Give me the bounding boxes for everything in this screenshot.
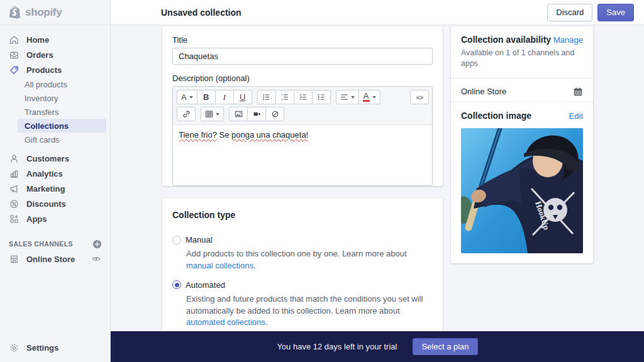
chevron-down-icon (216, 113, 219, 116)
home-icon (9, 35, 19, 45)
rich-text-editor: A B I U 12 (172, 86, 433, 186)
bulleted-list-icon (262, 93, 270, 101)
automated-collections-link[interactable]: automated collections (186, 317, 265, 327)
bulleted-list-button[interactable] (257, 90, 276, 104)
manage-availability-link[interactable]: Manage (553, 35, 583, 45)
numbered-list-icon: 12 (280, 93, 289, 101)
svg-text:1: 1 (281, 93, 283, 96)
description-label: Description (optional) (172, 74, 433, 83)
show-html-button[interactable]: <> (410, 90, 429, 104)
chevron-down-icon (372, 96, 376, 99)
analytics-icon (9, 168, 19, 179)
sidebar-item-apps[interactable]: Apps (0, 211, 110, 226)
discounts-percent-icon (9, 199, 19, 209)
bold-button[interactable]: B (197, 90, 216, 104)
outdent-icon (299, 93, 307, 101)
chevron-down-icon (351, 96, 355, 99)
sidebar-subitem-all-products[interactable]: All products (0, 77, 110, 91)
title-input[interactable] (172, 48, 433, 65)
customers-icon (9, 153, 19, 164)
manual-label: Manual (186, 235, 213, 244)
insert-video-button[interactable] (247, 107, 266, 121)
indent-icon (317, 93, 325, 101)
sidebar-item-home[interactable]: Home (0, 32, 110, 47)
topbar: Unsaved collection Discard Save (111, 0, 644, 25)
italic-button[interactable]: I (215, 90, 234, 104)
schedule-calendar-icon[interactable] (573, 87, 583, 97)
collection-availability-card: Collection availability Manage Available… (451, 26, 593, 105)
sidebar-item-discounts[interactable]: Discounts (0, 196, 110, 211)
sidebar-subitem-collections[interactable]: Collections (18, 119, 106, 133)
collection-image-heading: Collection image (461, 111, 531, 121)
title-label: Title (172, 35, 433, 45)
table-icon (205, 110, 213, 118)
svg-text:2: 2 (281, 98, 283, 101)
sidebar: shopify Home Orders Products All product… (0, 0, 111, 362)
shopify-bag-icon (9, 6, 21, 19)
shopify-logo[interactable]: shopify (0, 0, 110, 25)
apps-grid-icon (9, 214, 19, 224)
orders-icon (9, 50, 19, 60)
clear-formatting-button[interactable] (265, 107, 284, 121)
sidebar-subitem-gift-cards[interactable]: Gift cards (0, 133, 110, 146)
ban-icon (271, 110, 279, 118)
outdent-button[interactable] (294, 90, 313, 104)
edit-image-link[interactable]: Edit (569, 111, 583, 121)
discard-button[interactable]: Discard (547, 4, 592, 21)
align-left-icon (340, 93, 348, 101)
chevron-down-icon (189, 96, 193, 99)
sidebar-subitem-transfers[interactable]: Transfers (0, 105, 110, 119)
automated-label: Automated (186, 280, 225, 290)
collection-type-heading: Collection type (172, 210, 433, 220)
alignment-button[interactable] (336, 90, 359, 104)
sidebar-item-orders[interactable]: Orders (0, 47, 110, 62)
sidebar-item-marketing[interactable]: Marketing (0, 181, 110, 196)
insert-table-button[interactable] (201, 107, 224, 121)
manual-radio[interactable] (172, 236, 181, 244)
channel-online-store-label: Online Store (461, 87, 506, 96)
view-store-eye-icon[interactable] (91, 254, 102, 265)
marketing-megaphone-icon (9, 184, 19, 194)
manual-collections-link[interactable]: manual collections (186, 261, 253, 270)
save-button[interactable]: Save (597, 4, 634, 21)
sidebar-item-products[interactable]: Products (0, 62, 110, 77)
sidebar-item-online-store[interactable]: Online Store (0, 251, 110, 267)
image-icon (235, 110, 243, 118)
collection-image-thumbnail[interactable]: HookUp (461, 128, 583, 253)
add-channel-icon[interactable] (92, 239, 102, 249)
sidebar-item-customers[interactable]: Customers (0, 151, 110, 166)
trial-days-text: You have 12 days left in your trial (277, 342, 397, 351)
manual-description: Add products to this collection one by o… (186, 248, 433, 272)
numbered-list-button[interactable]: 12 (275, 90, 294, 104)
editor-toolbar: A B I U 12 (173, 87, 432, 125)
availability-heading: Collection availability (461, 35, 551, 45)
select-plan-button[interactable]: Select a plan (413, 338, 477, 355)
settings-gear-icon (9, 343, 19, 353)
shopify-wordmark: shopify (25, 6, 62, 19)
sidebar-nav: Home Orders Products All products Invent… (0, 25, 110, 267)
title-description-card: Title Description (optional) A B I U 12 (162, 26, 443, 186)
automated-description: Existing and future products that match … (186, 293, 433, 329)
text-color-icon: A (363, 92, 370, 102)
link-icon (182, 110, 191, 118)
text-color-button[interactable]: A (358, 90, 380, 104)
products-tag-icon (9, 65, 19, 75)
availability-subtitle: Available on 1 of 1 channels and apps (461, 48, 583, 69)
description-textarea[interactable]: Tiene frio? Se ponga una chaqueta! (173, 125, 432, 145)
insert-image-button[interactable] (229, 107, 248, 121)
sales-channels-header: SALES CHANNELS (0, 237, 110, 251)
insert-link-button[interactable] (177, 107, 196, 121)
font-style-button[interactable]: A (177, 90, 197, 104)
automated-radio[interactable] (172, 280, 181, 289)
online-store-icon (9, 254, 19, 265)
sidebar-item-analytics[interactable]: Analytics (0, 166, 110, 181)
sidebar-item-settings[interactable]: Settings (0, 340, 110, 355)
trial-footer-bar: You have 12 days left in your trial Sele… (111, 331, 644, 362)
indent-button[interactable] (312, 90, 331, 104)
collection-image-card: Collection image Edit (451, 102, 593, 263)
page-title: Unsaved collection (111, 8, 242, 18)
sidebar-subitem-inventory[interactable]: Inventory (0, 91, 110, 105)
video-icon (253, 110, 261, 118)
underline-button[interactable]: U (233, 90, 252, 104)
